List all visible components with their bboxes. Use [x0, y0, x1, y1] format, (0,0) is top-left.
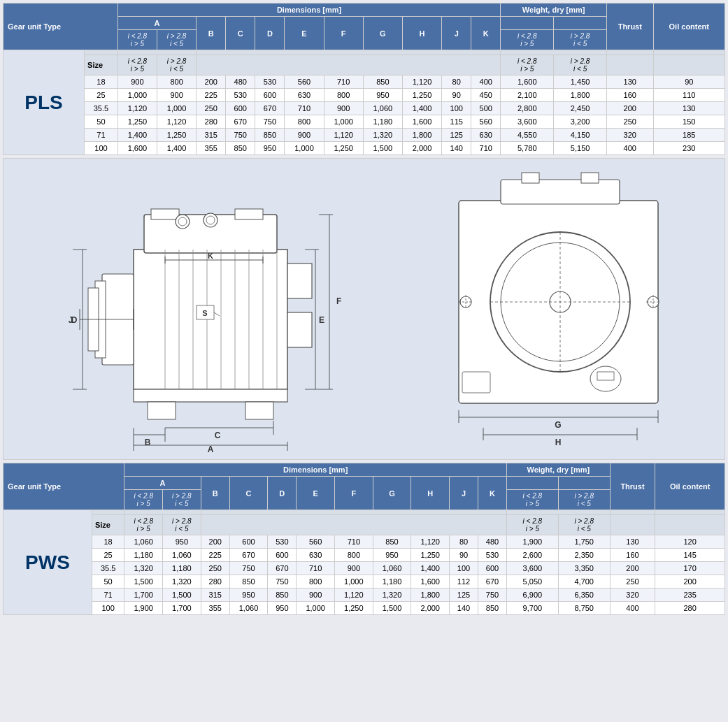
- thrust-val: 400: [610, 602, 655, 615]
- a2-val: 950: [163, 535, 201, 549]
- pls-d-th: D: [255, 17, 285, 50]
- pls-w2-th: [554, 17, 607, 30]
- g-val: 1,060: [363, 102, 402, 115]
- j-val: 100: [450, 562, 478, 575]
- g-val: 1,320: [363, 129, 402, 142]
- c-val: 1,060: [229, 602, 268, 615]
- e-val: 800: [297, 575, 335, 589]
- right-diagram-svg: G H: [445, 166, 676, 452]
- w2-val: 1,750: [558, 535, 610, 549]
- table-row: 25 1,180 1,060 225 670 600 630 800 950 1…: [3, 549, 725, 562]
- pls-a-sub2: i > 2.8i < 5: [157, 30, 196, 50]
- pls-tbody-type-label: PLS: [3, 50, 85, 155]
- b-val: 355: [201, 602, 229, 615]
- a1-val: 1,600: [117, 142, 157, 155]
- pls-w-sub1: i < 2.8i > 5: [501, 30, 554, 50]
- size-num: 35.5: [85, 102, 118, 115]
- pls-tbody-w-subrow: [501, 50, 607, 55]
- g-val: 850: [373, 535, 411, 549]
- pws-tbody-w-subrow: [506, 510, 610, 515]
- a1-val: 1,700: [124, 589, 163, 602]
- k-val: 750: [478, 589, 507, 602]
- a1-val: 1,320: [124, 562, 163, 575]
- svg-rect-4: [235, 209, 263, 219]
- f-val: 1,250: [335, 602, 373, 615]
- table-row: 35.5 1,320 1,180 250 750 670 710 900 1,0…: [3, 562, 725, 575]
- table-row: 71 1,400 1,250 315 750 850 900 1,120 1,3…: [3, 129, 725, 142]
- pls-tbody-a-subrow: [117, 50, 196, 55]
- pls-h-th: H: [402, 17, 441, 50]
- e-val: 630: [285, 89, 324, 102]
- a2-val: 1,320: [163, 575, 201, 589]
- k-val: 480: [478, 535, 507, 549]
- svg-rect-68: [597, 372, 614, 380]
- oil-val: 130: [653, 102, 725, 115]
- d-val: 600: [268, 549, 297, 562]
- svg-rect-3: [151, 209, 179, 219]
- e-val: 560: [285, 75, 324, 89]
- pws-w2-th: [558, 477, 610, 490]
- d-val: 600: [255, 89, 285, 102]
- pws-g-th: G: [373, 477, 411, 510]
- a-label-diag: A: [207, 445, 213, 452]
- g-label-diag: G: [555, 420, 562, 430]
- a1-val: 900: [117, 75, 157, 89]
- w2-val: 6,350: [558, 589, 610, 602]
- thrust-val: 200: [610, 562, 655, 575]
- f-val: 1,120: [324, 129, 363, 142]
- k-val: 530: [478, 549, 507, 562]
- pws-f-th: F: [335, 477, 373, 510]
- j-val: 80: [442, 75, 471, 89]
- a2-val: 1,500: [163, 589, 201, 602]
- pls-full-table: Gear unit Type Dimensions [mm] Weight, d…: [3, 3, 725, 155]
- c-val: 670: [226, 115, 255, 129]
- b-val: 200: [201, 535, 229, 549]
- f-val: 710: [335, 535, 373, 549]
- svg-rect-12: [287, 263, 312, 298]
- size-num: 25: [85, 89, 118, 102]
- pws-w-sub1: i < 2.8i > 5: [506, 490, 558, 510]
- c-val: 850: [226, 142, 255, 155]
- h-val: 1,600: [402, 115, 441, 129]
- d-val: 530: [268, 535, 297, 549]
- f-val: 710: [324, 75, 363, 89]
- oil-val: 150: [653, 115, 725, 129]
- left-diagram: K S F: [10, 166, 404, 452]
- svg-rect-53: [501, 180, 620, 204]
- j-val: 100: [442, 102, 471, 115]
- w1-val: 4,550: [501, 129, 554, 142]
- f-val: 1,120: [335, 589, 373, 602]
- pws-j-th: J: [450, 477, 478, 510]
- pls-a-th: A: [117, 17, 196, 30]
- pws-a-sub2: i > 2.8i < 5: [163, 490, 201, 510]
- a1-val: 1,060: [124, 535, 163, 549]
- a2-val: 1,000: [157, 102, 196, 115]
- a2-val: 800: [157, 75, 196, 89]
- oil-val: 185: [653, 129, 725, 142]
- b-val: 225: [197, 89, 226, 102]
- h-val: 1,120: [402, 75, 441, 89]
- pls-tbody-size-col-header: [85, 50, 118, 55]
- h-val: 1,400: [402, 102, 441, 115]
- f-val: 800: [335, 549, 373, 562]
- table-row: 100 1,600 1,400 355 850 950 1,000 1,250 …: [3, 142, 725, 155]
- main-content: Gear unit Type Dimensions [mm] Weight, d…: [3, 3, 725, 615]
- e-val: 710: [285, 102, 324, 115]
- f-val: 1,000: [335, 575, 373, 589]
- h-val: 1,800: [402, 129, 441, 142]
- pls-c-th: C: [226, 17, 255, 50]
- pls-tbody-w-i2: i > 2.8i < 5: [554, 55, 607, 75]
- oil-val: 200: [655, 575, 725, 589]
- a1-val: 1,000: [117, 89, 157, 102]
- d-val: 750: [268, 575, 297, 589]
- pws-oil-th: Oil content: [655, 463, 725, 510]
- pls-w-sub2: i > 2.8i < 5: [554, 30, 607, 50]
- e-val: 800: [285, 115, 324, 129]
- w1-val: 2,100: [501, 89, 554, 102]
- d-label: D: [71, 315, 77, 325]
- pls-k-th: K: [471, 17, 501, 50]
- table-row: 18 1,060 950 200 600 530 560 710 850 1,1…: [3, 535, 725, 549]
- c-label-diag: C: [214, 431, 220, 440]
- a1-val: 1,250: [117, 115, 157, 129]
- a1-val: 1,400: [117, 129, 157, 142]
